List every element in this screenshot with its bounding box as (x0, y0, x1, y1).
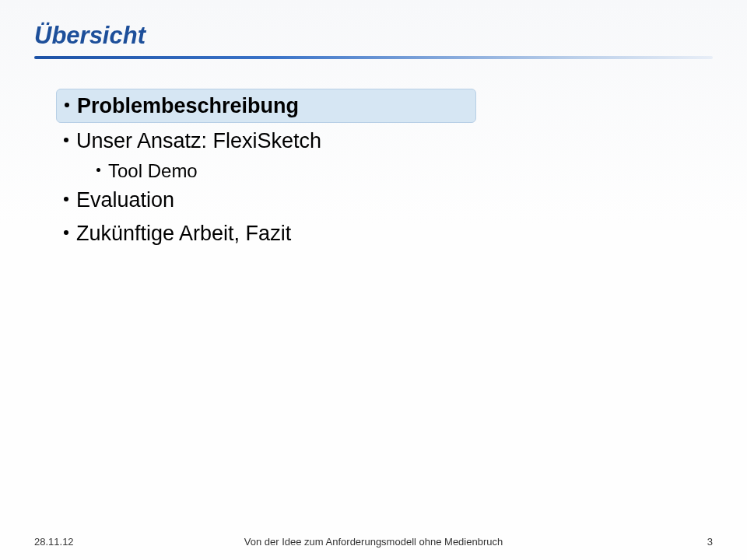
slide: Übersicht Problembeschreibung Unser Ansa… (0, 0, 747, 560)
bullet-problembeschreibung: Problembeschreibung (56, 89, 476, 123)
bullet-text: Problembeschreibung (77, 92, 299, 120)
title-rule (34, 56, 713, 59)
bullet-zukunft: Zukünftige Arbeit, Fazit (56, 217, 713, 250)
content-area: Problembeschreibung Unser Ansatz: FlexiS… (34, 89, 713, 250)
footer-caption: Von der Idee zum Anforderungsmodell ohne… (244, 536, 503, 548)
bullet-evaluation: Evaluation (56, 184, 713, 216)
slide-title: Übersicht (34, 22, 713, 50)
bullet-icon (64, 138, 68, 142)
bullet-text: Zukünftige Arbeit, Fazit (76, 219, 291, 247)
bullet-tool-demo: Tool Demo (89, 158, 713, 184)
footer-page-number: 3 (707, 536, 713, 548)
bullet-icon (65, 103, 69, 107)
bullet-text: Evaluation (76, 186, 174, 214)
footer-date: 28.11.12 (34, 536, 74, 548)
bullet-text: Unser Ansatz: FlexiSketch (76, 127, 321, 155)
bullet-ansatz: Unser Ansatz: FlexiSketch (56, 124, 713, 157)
bullet-text: Tool Demo (108, 158, 198, 184)
footer: 28.11.12 Von der Idee zum Anforderungsmo… (0, 536, 747, 548)
bullet-icon (64, 197, 68, 201)
bullet-icon (64, 230, 68, 235)
bullet-icon (96, 168, 100, 172)
